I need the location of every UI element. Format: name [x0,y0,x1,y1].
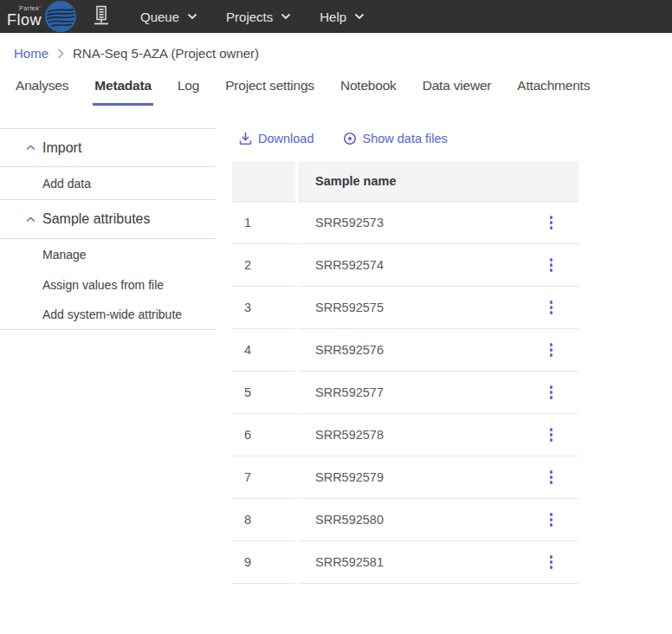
table-toolbar: Download Show data files [232,128,578,149]
table-row: 5 SRR592577 [232,372,578,414]
row-index: 9 [232,541,295,584]
sample-name: SRR592575 [315,301,384,314]
metadata-sidebar: Import Add data Sample attributes Manage… [0,128,215,584]
sidebar-section-label: Sample attributes [42,211,151,227]
table-row: 4 SRR592576 [232,329,578,372]
menu-queue[interactable]: Queue [140,10,197,24]
sidebar-section-sample-attributes[interactable]: Sample attributes [0,200,215,239]
chevron-down-icon [187,13,197,20]
row-index: 8 [232,499,295,541]
sample-name: SRR592578 [315,428,384,442]
row-index: 3 [232,287,295,329]
menu-help-label: Help [320,10,346,24]
chevron-down-icon [354,13,365,20]
row-index: 7 [232,456,295,499]
header-index-column [232,161,295,202]
samples-table: Sample name 1 SRR592573 2 SRR592574 3 [232,161,578,584]
sidebar-item-manage[interactable]: Manage [0,239,215,269]
menu-queue-label: Queue [140,10,179,24]
show-data-files-label: Show data files [363,132,448,146]
tab-analyses[interactable]: Analyses [14,78,70,106]
tab-data-viewer[interactable]: Data viewer [421,78,494,106]
row-index: 2 [232,244,295,287]
breadcrumb-current: RNA-Seq 5-AZA (Project owner) [73,46,259,61]
table-row: 9 SRR592581 [232,541,578,584]
server-rack-icon[interactable] [91,5,112,28]
table-row: 3 SRR592575 [232,287,578,329]
sample-name: SRR592576 [315,343,384,357]
table-header-row: Sample name [232,161,578,202]
table-row: 6 SRR592578 [232,414,578,456]
chevron-up-icon [26,145,36,151]
sidebar-item-add-system-wide-attribute[interactable]: Add system-wide attribute [0,300,215,330]
brand-text: Partek' Flow [7,5,42,28]
sample-name: SRR592579 [315,470,384,484]
sidebar-section-import[interactable]: Import [0,128,215,167]
row-menu-kebab-icon[interactable] [546,212,557,233]
table-row: 2 SRR592574 [232,244,578,287]
row-index: 6 [232,414,295,456]
row-index: 4 [232,329,295,372]
chevron-up-icon [26,217,36,223]
header-sample-name: Sample name [298,161,578,202]
tab-attachments[interactable]: Attachments [515,78,591,106]
row-menu-kebab-icon[interactable] [546,255,557,275]
metadata-main: Download Show data files Sample name 1 S… [232,128,578,584]
download-label: Download [258,132,314,146]
breadcrumb: Home RNA-Seq 5-AZA (Project owner) [0,33,672,68]
row-menu-kebab-icon[interactable] [546,509,557,530]
sample-name: SRR592581 [315,555,384,569]
chevron-right-icon [57,49,64,59]
download-icon [239,132,252,146]
sidebar-item-assign-values-from-file[interactable]: Assign values from file [0,269,215,300]
sidebar-section-label: Import [42,140,81,156]
eye-icon [343,132,357,146]
row-menu-kebab-icon[interactable] [546,424,557,445]
menu-help[interactable]: Help [320,10,365,24]
download-button[interactable]: Download [239,132,314,146]
tab-notebook[interactable]: Notebook [339,78,398,106]
row-menu-kebab-icon[interactable] [546,552,557,573]
show-data-files-button[interactable]: Show data files [343,132,448,146]
row-index: 5 [232,372,295,414]
table-row: 7 SRR592579 [232,456,578,499]
top-navbar: Partek' Flow Queue Projects He [0,0,672,33]
flow-waves-logo-icon [44,0,77,33]
project-tabs: Analyses Metadata Log Project settings N… [0,78,672,106]
menu-projects[interactable]: Projects [226,10,291,24]
content-area: Import Add data Sample attributes Manage… [0,128,672,584]
row-menu-kebab-icon[interactable] [546,382,557,403]
tab-log[interactable]: Log [176,78,201,106]
breadcrumb-home-link[interactable]: Home [14,46,48,61]
sample-name: SRR592577 [315,385,384,399]
row-index: 1 [232,202,295,244]
chevron-down-icon [281,13,291,20]
tab-metadata[interactable]: Metadata [93,78,153,106]
sample-name: SRR592580 [315,513,384,527]
menu-projects-label: Projects [226,10,273,24]
tab-project-settings[interactable]: Project settings [223,78,316,106]
row-menu-kebab-icon[interactable] [546,297,557,318]
table-row: 8 SRR592580 [232,499,578,541]
brand-partek: Partek' [19,5,41,11]
sample-name: SRR592574 [315,258,384,272]
brand-flow: Flow [7,12,42,28]
row-menu-kebab-icon[interactable] [546,340,557,360]
row-menu-kebab-icon[interactable] [546,467,557,488]
partek-flow-logo[interactable]: Partek' Flow [7,0,77,33]
table-row: 1 SRR592573 [232,202,578,244]
sidebar-item-add-data[interactable]: Add data [0,167,215,200]
sample-name: SRR592573 [315,216,384,230]
